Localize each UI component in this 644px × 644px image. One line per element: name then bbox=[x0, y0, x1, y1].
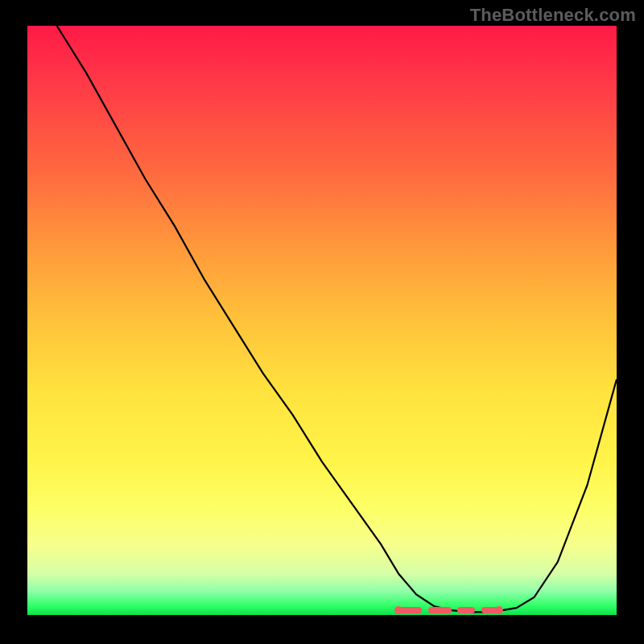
gradient-plot bbox=[27, 26, 617, 615]
optimal-zone-markers bbox=[27, 26, 617, 615]
watermark-text: TheBottleneck.com bbox=[470, 5, 636, 26]
